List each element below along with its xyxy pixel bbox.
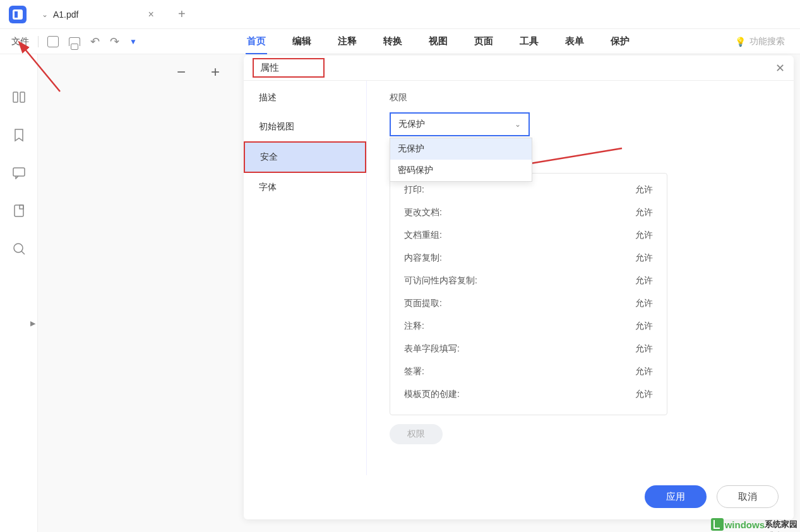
permissions-table: 打印:允许 更改文档:允许 文档重组:允许 内容复制:允许 可访问性内容复制:允… <box>390 173 667 415</box>
properties-footer: 应用 取消 <box>244 475 794 519</box>
option-password-protection[interactable]: 密码保护 <box>390 160 532 181</box>
perm-row-comment: 注释:允许 <box>404 315 653 338</box>
svg-line-6 <box>21 251 25 254</box>
title-bar: ⌄ A1.pdf × + <box>0 0 800 29</box>
clipboard-icon <box>47 36 59 47</box>
attachment-icon[interactable] <box>11 203 27 218</box>
comment-icon[interactable] <box>11 165 27 180</box>
print-button[interactable] <box>64 35 85 49</box>
properties-content: 权限 无保护 ⌄ 无保护 密码保护 打印:允许 更改文档:允许 文档重组:允许 … <box>367 81 794 475</box>
thumbnails-icon[interactable] <box>11 90 27 105</box>
perm-row-copy-access: 可访问性内容复制:允许 <box>404 269 653 292</box>
perm-row-print: 打印:允许 <box>404 179 653 201</box>
protection-dropdown: 无保护 密码保护 <box>390 138 532 182</box>
watermark-suffix: 系统家园 <box>765 519 797 530</box>
nav-font[interactable]: 字体 <box>244 173 366 202</box>
new-tab-button[interactable]: + <box>169 7 194 21</box>
svg-rect-3 <box>15 205 23 216</box>
menu-bar: 首页 编辑 注释 转换 视图 页面 工具 表单 保护 <box>142 32 735 51</box>
menu-home[interactable]: 首页 <box>246 32 267 51</box>
main-area: ▶ − + 属性 ✕ 描述 初始视图 安全 字体 权限 无保护 ⌄ <box>0 54 800 532</box>
undo-icon: ↶ <box>90 35 100 49</box>
divider <box>38 36 39 47</box>
redo-icon: ↷ <box>110 35 119 49</box>
redo-button[interactable]: ↷ <box>105 32 124 51</box>
perm-row-copy: 内容复制:允许 <box>404 247 653 269</box>
bulb-icon: 💡 <box>735 37 746 47</box>
perm-row-sign: 签署:允许 <box>404 360 653 383</box>
properties-panel: 属性 ✕ 描述 初始视图 安全 字体 权限 无保护 ⌄ 无保护 密码保护 <box>244 56 794 519</box>
watermark: windows 系统家园 www.ruihaitu.com <box>711 518 797 531</box>
undo-button[interactable]: ↶ <box>85 32 105 51</box>
cancel-button[interactable]: 取消 <box>717 485 779 508</box>
menu-view[interactable]: 视图 <box>427 32 449 51</box>
apply-button[interactable]: 应用 <box>645 485 707 508</box>
quick-dropdown[interactable]: ▼ <box>124 35 142 49</box>
close-panel-button[interactable]: ✕ <box>775 61 785 75</box>
search-icon[interactable] <box>11 241 27 256</box>
triangle-down-icon: ▼ <box>129 37 137 46</box>
menu-tools[interactable]: 工具 <box>518 32 540 51</box>
nav-initial-view[interactable]: 初始视图 <box>244 112 366 141</box>
option-no-protection[interactable]: 无保护 <box>390 138 532 160</box>
svg-rect-0 <box>13 92 18 102</box>
perm-row-extract: 页面提取:允许 <box>404 292 653 315</box>
nav-security[interactable]: 安全 <box>244 141 366 173</box>
perm-row-modify: 更改文档:允许 <box>404 201 653 224</box>
menu-protect[interactable]: 保护 <box>609 32 631 51</box>
file-menu[interactable]: 文件 <box>6 33 34 50</box>
expand-sidebar-icon[interactable]: ▶ <box>30 319 38 332</box>
watermark-brand: windows <box>725 519 765 530</box>
properties-title: 属性 <box>253 58 325 78</box>
zoom-in-button[interactable]: + <box>211 63 220 81</box>
left-sidebar: ▶ <box>0 54 38 532</box>
permissions-button: 权限 <box>390 424 443 444</box>
svg-rect-2 <box>13 168 25 176</box>
perm-row-assemble: 文档重组:允许 <box>404 224 653 247</box>
properties-header: 属性 ✕ <box>244 56 794 81</box>
chevron-down-icon: ⌄ <box>42 10 48 19</box>
menu-annotate[interactable]: 注释 <box>337 32 358 51</box>
feature-search-label: 功能搜索 <box>749 36 785 47</box>
toolbar: 文件 ↶ ↷ ▼ 首页 编辑 注释 转换 视图 页面 工具 表单 保护 💡 功能… <box>0 29 800 54</box>
feature-search[interactable]: 💡 功能搜索 <box>735 36 794 47</box>
zoom-out-button[interactable]: − <box>177 63 186 81</box>
chevron-down-icon: ⌄ <box>515 120 521 129</box>
app-logo-icon <box>9 6 27 23</box>
tab-title: A1.pdf <box>53 9 78 20</box>
clipboard-button[interactable] <box>42 33 64 50</box>
svg-point-5 <box>14 244 23 252</box>
document-tab[interactable]: ⌄ A1.pdf × <box>34 3 165 27</box>
watermark-logo-icon <box>711 518 724 531</box>
zoom-controls: − + <box>177 63 220 81</box>
menu-form[interactable]: 表单 <box>564 32 585 51</box>
perm-row-form-fill: 表单字段填写:允许 <box>404 338 653 360</box>
bookmark-icon[interactable] <box>11 127 27 143</box>
menu-edit[interactable]: 编辑 <box>291 32 313 51</box>
svg-rect-1 <box>20 92 25 102</box>
print-icon <box>69 37 80 46</box>
perm-row-template: 模板页的创建:允许 <box>404 383 653 406</box>
close-tab-icon[interactable]: × <box>148 9 153 20</box>
properties-body: 描述 初始视图 安全 字体 权限 无保护 ⌄ 无保护 密码保护 打印:允许 更 <box>244 81 794 475</box>
protection-select[interactable]: 无保护 ⌄ 无保护 密码保护 <box>390 112 530 136</box>
menu-page[interactable]: 页面 <box>473 32 494 51</box>
menu-convert[interactable]: 转换 <box>382 32 403 51</box>
protection-select-value: 无保护 <box>398 119 425 130</box>
permissions-label: 权限 <box>390 92 781 103</box>
nav-description[interactable]: 描述 <box>244 83 366 112</box>
properties-nav: 描述 初始视图 安全 字体 <box>244 81 367 475</box>
